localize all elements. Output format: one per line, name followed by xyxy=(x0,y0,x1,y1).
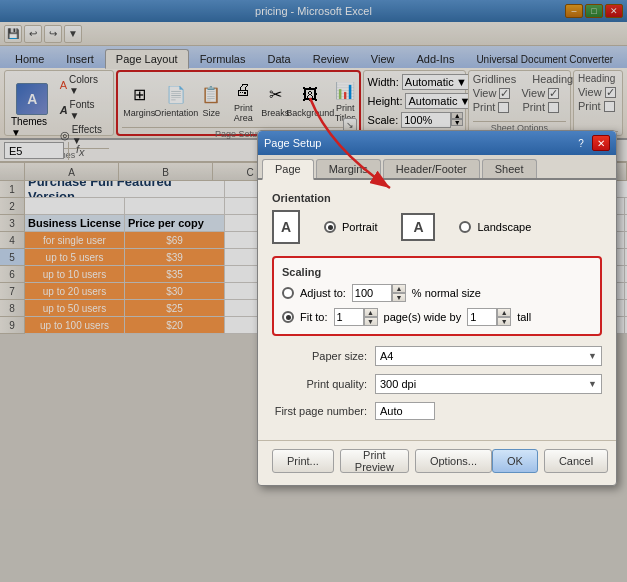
dialog-title: Page Setup xyxy=(264,137,322,149)
first-page-label: First page number: xyxy=(272,405,367,417)
orientation-section-label: Orientation xyxy=(272,192,602,204)
landscape-icon: A xyxy=(401,213,435,241)
portrait-radio[interactable] xyxy=(324,221,336,233)
dialog-footer-right: OK Cancel xyxy=(492,449,608,473)
fit-tall-spinners: ▲ ▼ xyxy=(497,308,511,326)
fit-tall-down-button[interactable]: ▼ xyxy=(497,317,511,326)
dialog-footer: Print... Print Preview Options... OK Can… xyxy=(258,440,616,485)
dialog-tab-sheet[interactable]: Sheet xyxy=(482,159,537,178)
cancel-button[interactable]: Cancel xyxy=(544,449,608,473)
fit-wide-input[interactable]: 1 xyxy=(334,308,364,326)
landscape-option[interactable]: A xyxy=(401,213,435,241)
adjust-spinners: ▲ ▼ xyxy=(392,284,406,302)
fit-wide-spinners: ▲ ▼ xyxy=(364,308,378,326)
dialog-tabs: Page Margins Header/Footer Sheet xyxy=(258,155,616,180)
paper-size-label: Paper size: xyxy=(272,350,367,362)
adjust-to-row: Adjust to: 100 ▲ ▼ % normal size xyxy=(282,284,592,302)
print-quality-dropdown[interactable]: 300 dpi ▼ xyxy=(375,374,602,394)
dialog-title-buttons: ? ✕ xyxy=(572,135,610,151)
fit-tall-input[interactable]: 1 xyxy=(467,308,497,326)
fit-wide-unit: page(s) wide by xyxy=(384,311,462,323)
adjust-to-label: Adjust to: xyxy=(300,287,346,299)
print-quality-arrow: ▼ xyxy=(588,379,597,389)
fit-wide-down-button[interactable]: ▼ xyxy=(364,317,378,326)
orientation-row: A Portrait A Landscape xyxy=(272,210,602,244)
adjust-to-radio[interactable] xyxy=(282,287,294,299)
fit-tall-up-button[interactable]: ▲ xyxy=(497,308,511,317)
scaling-section-label: Scaling xyxy=(282,266,592,278)
adjust-input[interactable]: 100 xyxy=(352,284,392,302)
dialog-body: Orientation A Portrait A Landscape xyxy=(258,180,616,440)
portrait-icon: A xyxy=(272,210,300,244)
dialog-tab-page[interactable]: Page xyxy=(262,159,314,180)
fit-to-label: Fit to: xyxy=(300,311,328,323)
dialog-footer-left: Print... Print Preview Options... xyxy=(272,449,492,473)
fit-tall-input-group: 1 ▲ ▼ xyxy=(467,308,511,326)
fit-wide-input-group: 1 ▲ ▼ xyxy=(334,308,378,326)
fit-wide-up-button[interactable]: ▲ xyxy=(364,308,378,317)
adjust-up-button[interactable]: ▲ xyxy=(392,284,406,293)
paper-size-arrow: ▼ xyxy=(588,351,597,361)
paper-size-row: Paper size: A4 ▼ xyxy=(272,346,602,366)
fit-tall-unit: tall xyxy=(517,311,531,323)
landscape-radio[interactable] xyxy=(459,221,471,233)
portrait-label: Portrait xyxy=(342,221,377,233)
dialog-overlay: Page Setup ? ✕ Page Margins Header/Foote… xyxy=(0,0,627,582)
portrait-radio-inner xyxy=(328,225,333,230)
landscape-radio-option[interactable]: Landscape xyxy=(459,221,531,233)
print-quality-label: Print quality: xyxy=(272,378,367,390)
ok-button[interactable]: OK xyxy=(492,449,538,473)
portrait-radio-option[interactable]: Portrait xyxy=(324,221,377,233)
portrait-option[interactable]: A xyxy=(272,210,300,244)
scaling-section: Scaling Adjust to: 100 ▲ ▼ % normal size xyxy=(272,256,602,336)
first-page-input[interactable]: Auto xyxy=(375,402,435,420)
dialog-titlebar: Page Setup ? ✕ xyxy=(258,131,616,155)
print-preview-button[interactable]: Print Preview xyxy=(340,449,409,473)
first-page-row: First page number: Auto xyxy=(272,402,602,420)
dialog-tab-margins[interactable]: Margins xyxy=(316,159,381,178)
fit-to-radio-inner xyxy=(286,315,291,320)
fit-to-row: Fit to: 1 ▲ ▼ page(s) wide by 1 xyxy=(282,308,592,326)
print-quality-row: Print quality: 300 dpi ▼ xyxy=(272,374,602,394)
fit-to-radio[interactable] xyxy=(282,311,294,323)
paper-size-dropdown[interactable]: A4 ▼ xyxy=(375,346,602,366)
adjust-down-button[interactable]: ▼ xyxy=(392,293,406,302)
dialog-tab-headerfooter[interactable]: Header/Footer xyxy=(383,159,480,178)
print-button[interactable]: Print... xyxy=(272,449,334,473)
adjust-input-group: 100 ▲ ▼ xyxy=(352,284,406,302)
adjust-to-unit: % normal size xyxy=(412,287,481,299)
options-button[interactable]: Options... xyxy=(415,449,492,473)
landscape-label: Landscape xyxy=(477,221,531,233)
dialog-close-button[interactable]: ✕ xyxy=(592,135,610,151)
dialog-help-button[interactable]: ? xyxy=(572,135,590,151)
page-setup-dialog: Page Setup ? ✕ Page Margins Header/Foote… xyxy=(257,130,617,486)
